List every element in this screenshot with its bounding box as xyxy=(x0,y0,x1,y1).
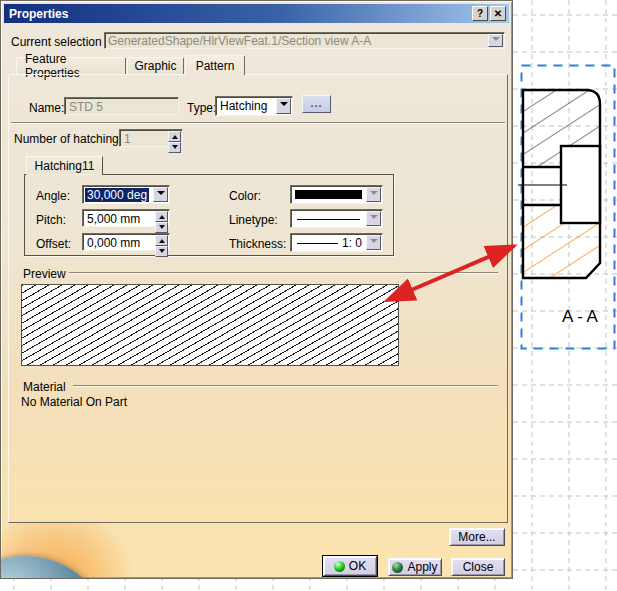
tab-pattern[interactable]: Pattern xyxy=(185,55,245,75)
titlebar[interactable]: Properties ? ✕ xyxy=(4,4,509,23)
properties-dialog: Properties ? ✕ Current selection : Gener… xyxy=(0,0,513,579)
help-button[interactable]: ? xyxy=(472,6,488,21)
section-view-a-a[interactable] xyxy=(518,90,600,278)
apply-ball-icon xyxy=(392,562,403,573)
chevron-down-icon[interactable] xyxy=(488,34,503,47)
current-selection-value: GeneratedShape/HlrViewFeat.1/Section vie… xyxy=(108,34,371,48)
pattern-tab-page xyxy=(8,74,508,523)
close-button[interactable]: Close xyxy=(451,558,505,576)
tab-hatching11[interactable]: Hatching11 xyxy=(26,156,103,175)
current-selection-combobox[interactable]: GeneratedShape/HlrViewFeat.1/Section vie… xyxy=(104,32,505,49)
close-window-button[interactable]: ✕ xyxy=(490,6,506,21)
ok-ball-icon xyxy=(334,561,345,572)
ok-button[interactable]: OK xyxy=(323,556,377,576)
catia-sphere-logo xyxy=(0,556,111,579)
tab-feature-properties[interactable]: Feature Properties xyxy=(16,57,126,75)
window-title: Properties xyxy=(7,7,470,21)
current-selection-label: Current selection : xyxy=(11,35,108,49)
section-view-label: A - A xyxy=(562,307,599,326)
more-button[interactable]: More... xyxy=(449,528,505,546)
tab-graphic[interactable]: Graphic xyxy=(127,57,184,75)
apply-button[interactable]: Apply xyxy=(388,558,442,576)
